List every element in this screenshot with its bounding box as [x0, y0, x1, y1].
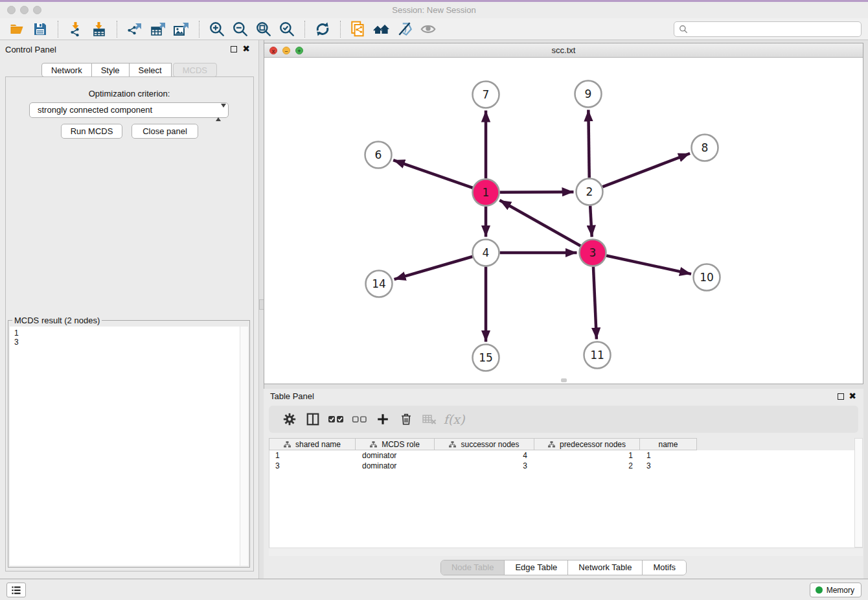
float-panel-button[interactable]: [231, 46, 237, 52]
table-cell[interactable]: 1: [269, 450, 356, 461]
edge-2-3[interactable]: [590, 205, 592, 237]
function-builder-button[interactable]: f(x): [441, 408, 464, 430]
task-history-button[interactable]: [6, 583, 26, 597]
open-session-button[interactable]: [7, 20, 27, 38]
table-horizontal-scrollbar[interactable]: [269, 548, 863, 556]
column-header-shared-name[interactable]: shared name: [269, 438, 356, 450]
network-zoom-button[interactable]: +: [295, 47, 303, 54]
node-6[interactable]: 6: [365, 142, 392, 168]
memory-button[interactable]: Memory: [810, 583, 862, 597]
network-minimize-button[interactable]: –: [282, 47, 290, 54]
tab-edge-table[interactable]: Edge Table: [504, 560, 567, 575]
list-icon: [10, 585, 22, 595]
tab-network-table[interactable]: Network Table: [567, 560, 642, 575]
table-header-row: shared nameMCDS rolesuccessor nodesprede…: [269, 438, 697, 450]
table-cell[interactable]: 3: [269, 461, 356, 471]
edge-3-10[interactable]: [606, 256, 691, 274]
table-cell[interactable]: 1: [641, 450, 698, 461]
export-table-button[interactable]: [148, 20, 168, 38]
zoom-fit-button[interactable]: [254, 20, 273, 38]
tab-select[interactable]: Select: [130, 63, 172, 77]
save-session-button[interactable]: [30, 20, 50, 38]
edge-1-6[interactable]: [393, 160, 473, 188]
table-settings-button[interactable]: [278, 408, 301, 430]
column-header-name[interactable]: name: [640, 438, 697, 450]
criterion-select[interactable]: strongly connected component: [29, 102, 229, 118]
edge-3-1[interactable]: [499, 200, 580, 246]
table-cell[interactable]: 2: [535, 461, 641, 471]
duplicate-network-button[interactable]: [348, 20, 368, 38]
run-mcds-button[interactable]: Run MCDS: [61, 124, 122, 139]
export-network-button[interactable]: [125, 20, 144, 38]
apply-layout-button[interactable]: [313, 20, 332, 38]
node-3[interactable]: 3: [580, 240, 606, 266]
node-14[interactable]: 14: [366, 271, 393, 297]
search-box[interactable]: [674, 21, 862, 37]
zoom-window-button[interactable]: [33, 6, 41, 14]
edge-2-9[interactable]: [588, 110, 589, 178]
column-header-predecessor-nodes[interactable]: predecessor nodes: [534, 438, 640, 450]
node-2[interactable]: 2: [577, 179, 603, 205]
network-scroll-thumb[interactable]: [561, 378, 567, 382]
node-10[interactable]: 10: [694, 264, 720, 291]
table-cell[interactable]: 4: [435, 450, 535, 461]
refresh-icon: [314, 21, 331, 38]
minimize-window-button[interactable]: [20, 6, 29, 14]
import-table-button[interactable]: [89, 20, 109, 38]
show-columns-button[interactable]: [301, 408, 325, 430]
table-cell[interactable]: 1: [535, 450, 641, 461]
tab-motifs[interactable]: Motifs: [642, 560, 686, 575]
deselect-all-icon: [352, 413, 367, 425]
edge-4-14[interactable]: [394, 257, 473, 279]
edge-3-11[interactable]: [593, 266, 597, 339]
node-7[interactable]: 7: [473, 82, 499, 108]
node-9[interactable]: 9: [575, 81, 602, 108]
table-cell[interactable]: 3: [641, 461, 698, 471]
delete-table-button[interactable]: [418, 408, 441, 430]
show-hide-panels-button[interactable]: [418, 20, 438, 38]
mcds-result-area[interactable]: 1 3: [10, 327, 248, 566]
deselect-all-button[interactable]: [348, 408, 371, 430]
node-1[interactable]: 1: [473, 179, 499, 206]
node-4[interactable]: 4: [473, 240, 499, 266]
table-cell[interactable]: dominator: [356, 461, 435, 471]
hierarchy-icon: [548, 441, 555, 448]
table-cell[interactable]: dominator: [356, 450, 435, 461]
tab-node-table[interactable]: Node Table: [441, 560, 505, 575]
import-network-button[interactable]: [66, 20, 86, 38]
create-column-button[interactable]: [371, 408, 394, 430]
edge-2-8[interactable]: [602, 154, 690, 187]
close-panel-button-2[interactable]: Close panel: [131, 124, 198, 139]
close-panel-button[interactable]: ✖: [242, 43, 250, 54]
svg-text:15: 15: [479, 351, 493, 364]
home-button[interactable]: [372, 20, 391, 38]
delete-columns-button[interactable]: [394, 408, 418, 430]
node-8[interactable]: 8: [692, 135, 718, 161]
zoom-in-button[interactable]: [207, 20, 227, 38]
network-graph[interactable]: 7968124314101511: [264, 58, 863, 384]
table-vertical-scrollbar[interactable]: [854, 438, 863, 548]
tab-mcds[interactable]: MCDS: [173, 63, 217, 77]
close-window-button[interactable]: [7, 6, 16, 14]
search-input[interactable]: [691, 25, 861, 34]
tab-style[interactable]: Style: [92, 63, 130, 77]
network-window-titlebar[interactable]: x – + scc.txt: [264, 43, 863, 58]
table-row[interactable]: 3dominator323: [269, 461, 854, 471]
hide-graphics-details-button[interactable]: [395, 20, 415, 38]
zoom-selected-button[interactable]: [277, 20, 297, 38]
node-11[interactable]: 11: [584, 342, 611, 369]
mcds-result-scrollbar[interactable]: [240, 327, 248, 566]
column-header-successor-nodes[interactable]: successor nodes: [435, 438, 534, 450]
select-all-button[interactable]: [325, 408, 348, 430]
edge-1-2[interactable]: [499, 192, 573, 192]
table-close-button[interactable]: ✖: [849, 390, 856, 402]
table-cell[interactable]: 3: [435, 461, 535, 471]
export-image-button[interactable]: [172, 20, 191, 38]
tab-network[interactable]: Network: [41, 63, 92, 77]
node-15[interactable]: 15: [473, 345, 499, 371]
column-header-mcds-role[interactable]: MCDS role: [356, 438, 435, 450]
zoom-out-button[interactable]: [231, 20, 250, 38]
network-close-button[interactable]: x: [269, 47, 277, 54]
table-row[interactable]: 1dominator411: [269, 450, 854, 461]
table-float-button[interactable]: [838, 393, 844, 400]
